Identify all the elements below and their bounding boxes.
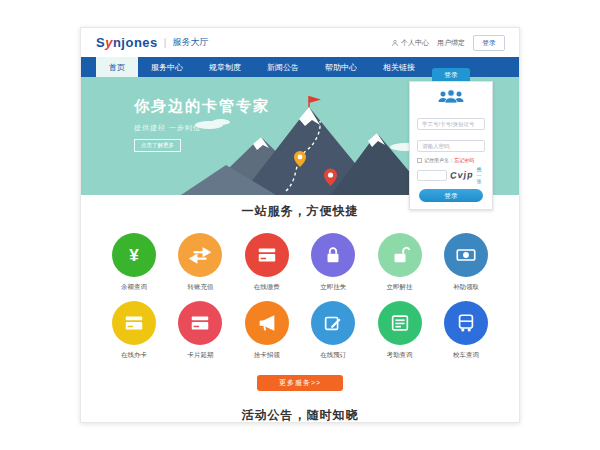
- service-label: 在线缴费: [241, 283, 293, 292]
- login-card: 记住用户名 | 忘记密码 Cvjp 换一张 登录: [409, 81, 493, 210]
- service-circle-9: [311, 301, 355, 345]
- captcha-row: Cvjp 换一张: [417, 166, 485, 184]
- logo-text: Synjones: [96, 35, 158, 50]
- services-section: 一站服务，方便快捷 ¥ 余额查询 转账充值 在线缴费: [81, 195, 519, 391]
- services-row-2: 在线办卡 卡片延期 拾卡招领 在线预订: [81, 301, 519, 360]
- yen-icon: ¥: [129, 247, 138, 264]
- logo-divider: |: [164, 37, 167, 48]
- page: Synjones | 服务大厅 个人中心 用户绑定 登录 首页 服务中心 规章制…: [80, 27, 520, 423]
- service-circle-8: [245, 301, 289, 345]
- nav-item-news[interactable]: 新闻公告: [254, 57, 312, 77]
- service-online-payment[interactable]: 在线缴费: [241, 233, 293, 292]
- hero-title: 你身边的卡管专家: [134, 97, 270, 116]
- service-label: 转账充值: [174, 283, 226, 292]
- banknote-icon: [455, 244, 477, 266]
- megaphone-icon: [256, 312, 278, 334]
- service-label: 余额查询: [108, 283, 160, 292]
- captcha-refresh-link[interactable]: 换一张: [477, 166, 485, 184]
- remember-checkbox[interactable]: [417, 158, 422, 163]
- captcha-image[interactable]: Cvjp: [450, 169, 474, 181]
- service-label: 在线预订: [307, 351, 359, 360]
- service-subsidy-collect[interactable]: 补助领取: [440, 233, 492, 292]
- service-school-bus-inquiry[interactable]: 校车查询: [440, 301, 492, 360]
- service-label: 立即挂失: [307, 283, 359, 292]
- hero-subtitle: 提供捷径 一步到位: [134, 123, 270, 133]
- bus-icon: [455, 312, 477, 334]
- login-tab[interactable]: 登录: [432, 68, 470, 81]
- header-links: 个人中心 用户绑定 登录: [391, 35, 505, 51]
- more-services-button[interactable]: 更多服务>>: [257, 375, 343, 391]
- service-cancel-loss[interactable]: 立即解挂: [374, 233, 426, 292]
- announcements-title: 活动公告，随时知晓: [81, 407, 519, 423]
- remember-label: 记住用户名: [424, 157, 449, 163]
- service-label: 立即解挂: [374, 283, 426, 292]
- nav-item-service-center[interactable]: 服务中心: [138, 57, 196, 77]
- service-circle-2: [245, 233, 289, 277]
- service-circle-5: [444, 233, 488, 277]
- forgot-password-link[interactable]: 忘记密码: [454, 157, 474, 163]
- top-header: Synjones | 服务大厅 个人中心 用户绑定 登录: [81, 28, 519, 57]
- service-found-card-claim[interactable]: 拾卡招领: [241, 301, 293, 360]
- service-circle-6: [112, 301, 156, 345]
- username-input[interactable]: [417, 118, 485, 130]
- service-transfer-recharge[interactable]: 转账充值: [174, 233, 226, 292]
- bank-card-icon: [189, 312, 211, 334]
- bank-card-icon: [256, 244, 278, 266]
- user-binding-link[interactable]: 用户绑定: [437, 38, 465, 48]
- personal-center-link[interactable]: 个人中心: [391, 38, 429, 48]
- service-circle-4: [378, 233, 422, 277]
- logo[interactable]: Synjones | 服务大厅: [96, 35, 208, 50]
- service-circle-10: [378, 301, 422, 345]
- service-online-booking[interactable]: 在线预订: [307, 301, 359, 360]
- login-options: 记住用户名 | 忘记密码: [417, 157, 485, 163]
- options-divider: |: [451, 157, 452, 163]
- service-card-extension[interactable]: 卡片延期: [174, 301, 226, 360]
- service-label: 校车查询: [440, 351, 492, 360]
- logo-accent: y: [105, 35, 113, 50]
- login-submit-button[interactable]: 登录: [419, 189, 483, 202]
- service-label: 补助领取: [440, 283, 492, 292]
- nav-item-home[interactable]: 首页: [96, 57, 138, 77]
- user-icon: [391, 39, 399, 47]
- service-label: 在线办卡: [108, 351, 160, 360]
- service-label: 考勤查询: [374, 351, 426, 360]
- login-panel: 登录 记住用户名 | 忘记密码 Cvjp 换一张: [409, 68, 493, 210]
- header-login-button[interactable]: 登录: [473, 35, 505, 51]
- nav-item-rules[interactable]: 规章制度: [196, 57, 254, 77]
- edit-icon: [322, 312, 344, 334]
- list-icon: [389, 312, 411, 334]
- service-report-loss[interactable]: 立即挂失: [307, 233, 359, 292]
- services-row-1: ¥ 余额查询 转账充值 在线缴费 立即挂失: [81, 233, 519, 292]
- lock-icon: [322, 244, 344, 266]
- service-circle-1: [178, 233, 222, 277]
- service-attendance-inquiry[interactable]: 考勤查询: [374, 301, 426, 360]
- service-online-card-apply[interactable]: 在线办卡: [108, 301, 160, 360]
- service-balance-inquiry[interactable]: ¥ 余额查询: [108, 233, 160, 292]
- users-icon: [417, 89, 485, 108]
- site-subtitle: 服务大厅: [172, 36, 208, 49]
- service-circle-3: [311, 233, 355, 277]
- hero-cta-button[interactable]: 点击了解更多: [134, 139, 181, 152]
- hero-copy: 你身边的卡管专家 提供捷径 一步到位 点击了解更多: [134, 97, 270, 152]
- bank-card-icon: [123, 312, 145, 334]
- service-circle-7: [178, 301, 222, 345]
- service-label: 拾卡招领: [241, 351, 293, 360]
- captcha-input[interactable]: [417, 170, 447, 181]
- service-circle-0: ¥: [112, 233, 156, 277]
- password-input[interactable]: [417, 140, 485, 152]
- service-label: 卡片延期: [174, 351, 226, 360]
- nav-item-help-center[interactable]: 帮助中心: [312, 57, 370, 77]
- unlock-icon: [389, 244, 411, 266]
- transfer-arrows-icon: [189, 244, 211, 266]
- announcements-section: 活动公告，随时知晓 使用指南 最新公告 更多>> 使用指南 更多>>: [81, 407, 519, 423]
- service-circle-11: [444, 301, 488, 345]
